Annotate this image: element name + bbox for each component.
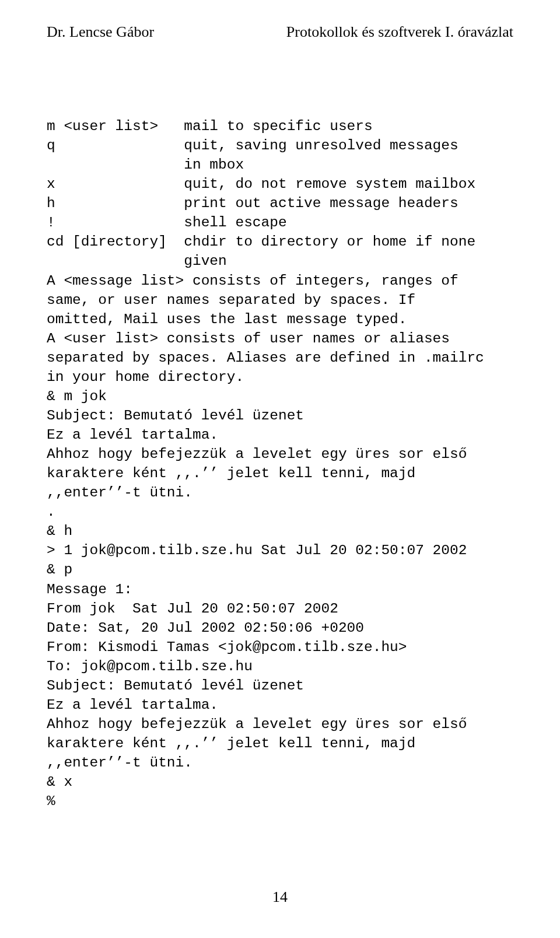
- page-number: 14: [272, 888, 288, 905]
- page-footer: 14: [0, 888, 560, 906]
- header-right: Protokollok és szoftverek I. óravázlat: [286, 23, 513, 41]
- page-header: Dr. Lencse Gábor Protokollok és szoftver…: [47, 23, 513, 41]
- header-left: Dr. Lencse Gábor: [47, 23, 154, 41]
- body-content: m <user list> mail to specific users q q…: [47, 117, 513, 811]
